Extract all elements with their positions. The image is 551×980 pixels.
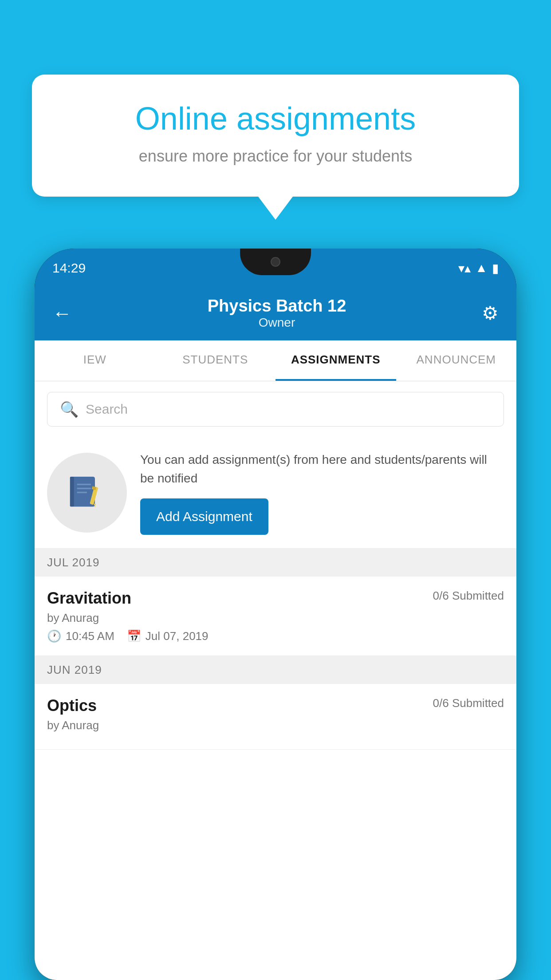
- status-bar: 14:29 ▾▴ ▲ ▮: [35, 249, 516, 288]
- header-subtitle: Owner: [208, 316, 346, 330]
- info-text: You can add assignment(s) from here and …: [140, 450, 504, 488]
- tab-assignments[interactable]: ASSIGNMENTS: [276, 340, 396, 381]
- assignment-item-optics[interactable]: Optics 0/6 Submitted by Anurag: [35, 684, 516, 750]
- camera: [271, 257, 280, 267]
- tab-announcements[interactable]: ANNOUNCEM: [396, 340, 517, 381]
- settings-icon[interactable]: ⚙: [482, 302, 499, 324]
- optics-name: Optics: [47, 696, 97, 715]
- section-header-jun: JUN 2019: [35, 656, 516, 684]
- speech-bubble: Online assignments ensure more practice …: [32, 75, 519, 197]
- info-right: You can add assignment(s) from here and …: [140, 450, 504, 535]
- notebook-icon: [67, 473, 107, 513]
- search-container: 🔍 Search: [35, 381, 516, 437]
- assignment-status: 0/6 Submitted: [433, 589, 504, 603]
- assignment-time: 🕐 10:45 AM: [47, 629, 114, 643]
- svg-rect-1: [70, 477, 74, 507]
- clock-icon: 🕐: [47, 629, 61, 643]
- notebook-circle: [47, 453, 127, 533]
- bubble-subtitle: ensure more practice for your students: [63, 147, 488, 166]
- phone-frame: 14:29 ▾▴ ▲ ▮ ← Physics Batch 12 Owner ⚙ …: [35, 249, 516, 980]
- calendar-icon: 📅: [127, 629, 141, 643]
- signal-icon: ▲: [475, 261, 488, 275]
- info-banner: You can add assignment(s) from here and …: [35, 437, 516, 549]
- search-bar[interactable]: 🔍 Search: [47, 392, 504, 427]
- search-icon: 🔍: [60, 400, 79, 418]
- search-input[interactable]: Search: [86, 402, 128, 417]
- back-button[interactable]: ←: [52, 302, 72, 324]
- optics-author: by Anurag: [47, 719, 504, 732]
- tabs-bar: IEW STUDENTS ASSIGNMENTS ANNOUNCEM: [35, 340, 516, 381]
- optics-status: 0/6 Submitted: [433, 696, 504, 710]
- wifi-icon: ▾▴: [458, 261, 471, 276]
- status-icons: ▾▴ ▲ ▮: [458, 261, 499, 276]
- assignment-date: 📅 Jul 07, 2019: [127, 629, 209, 643]
- tab-iew[interactable]: IEW: [35, 340, 155, 381]
- assignment-name: Gravitation: [47, 589, 131, 608]
- header-center: Physics Batch 12 Owner: [208, 296, 346, 330]
- bubble-title: Online assignments: [63, 101, 488, 136]
- assignment-author: by Anurag: [47, 611, 504, 625]
- battery-icon: ▮: [492, 261, 499, 276]
- svg-rect-3: [77, 488, 91, 489]
- assignment-meta: 🕐 10:45 AM 📅 Jul 07, 2019: [47, 629, 504, 643]
- notch: [240, 249, 311, 275]
- header-title: Physics Batch 12: [208, 296, 346, 316]
- add-assignment-button[interactable]: Add Assignment: [140, 498, 268, 535]
- optics-top: Optics 0/6 Submitted: [47, 696, 504, 715]
- app-header: ← Physics Batch 12 Owner ⚙: [35, 288, 516, 340]
- screen-content: 🔍 Search: [35, 381, 516, 980]
- assignment-top: Gravitation 0/6 Submitted: [47, 589, 504, 608]
- svg-rect-4: [77, 492, 87, 493]
- svg-rect-2: [77, 484, 91, 485]
- assignment-item[interactable]: Gravitation 0/6 Submitted by Anurag 🕐 10…: [35, 577, 516, 656]
- status-time: 14:29: [52, 261, 86, 276]
- section-header-jul: JUL 2019: [35, 549, 516, 577]
- tab-students[interactable]: STUDENTS: [155, 340, 276, 381]
